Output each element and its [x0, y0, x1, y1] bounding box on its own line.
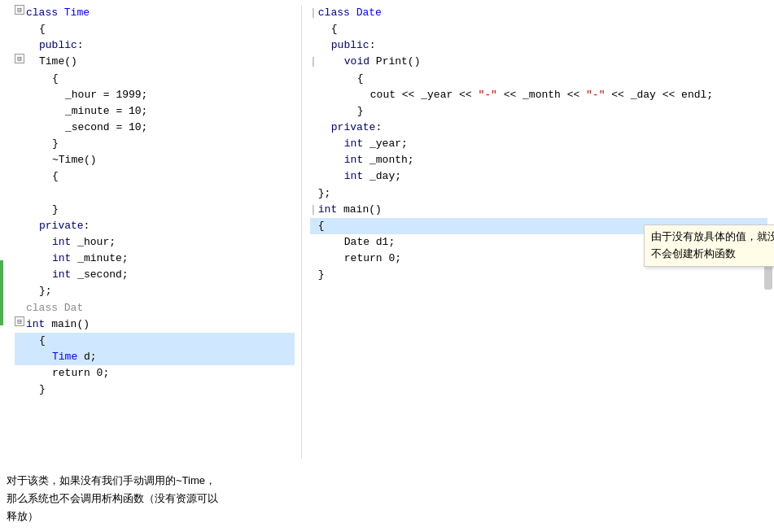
brace: {	[318, 71, 364, 87]
no-fold	[15, 136, 26, 149]
kw-class: class	[26, 5, 64, 21]
code-line: | }	[310, 103, 767, 120]
stmt: _second = 10;	[26, 120, 147, 136]
code-line: | {	[310, 71, 767, 87]
brace: {	[318, 21, 338, 37]
kw-private: private:	[318, 120, 382, 136]
print-func: void Print()	[318, 54, 421, 70]
code-line: private:	[15, 218, 295, 234]
no-fold	[15, 152, 26, 165]
fold-icon[interactable]: ⊟	[15, 5, 24, 15]
kw-public: public:	[318, 37, 376, 54]
field-month: int _month;	[318, 152, 414, 168]
brace: }	[318, 103, 364, 120]
stmt: _minute = 10;	[26, 103, 147, 120]
code-line: ⊟ Time()	[15, 54, 295, 70]
code-line: ⊟ int main()	[15, 316, 295, 333]
field-hour: int _hour;	[26, 234, 116, 251]
no-fold	[15, 71, 26, 84]
no-fold	[15, 218, 26, 231]
code-line	[15, 185, 295, 202]
code-line: }	[15, 136, 295, 152]
code-line: _second = 10;	[15, 120, 295, 136]
main-func: int main()	[26, 316, 90, 333]
code-line: int _minute;	[15, 251, 295, 267]
brace: {	[26, 21, 46, 37]
code-line: | }	[310, 267, 767, 283]
cout-stmt: cout << _year << "-" << _month << "-" <<…	[318, 87, 713, 103]
code-line: | {	[310, 21, 767, 37]
no-fold	[15, 185, 26, 198]
brace: {	[26, 168, 59, 185]
no-fold	[15, 87, 26, 100]
no-fold	[15, 168, 26, 181]
brace: }	[26, 382, 46, 398]
no-fold	[15, 382, 26, 395]
partial-class: class Dat	[26, 300, 83, 316]
code-line: public:	[15, 37, 295, 54]
code-line: {	[15, 71, 295, 87]
no-fold	[15, 234, 26, 247]
code-line: | cout << _year << "-" << _month << "-" …	[310, 87, 767, 103]
code-line: class Dat	[15, 300, 295, 316]
pipe: |	[310, 202, 317, 218]
field-day: int _day;	[318, 168, 401, 185]
pipe: |	[310, 5, 317, 21]
kw-class: class Date	[318, 5, 382, 21]
return-stmt-r: return 0;	[318, 251, 401, 267]
code-area: ⊟ class Time { public: ⊟ Time() {	[0, 0, 774, 464]
code-line: }	[15, 382, 295, 398]
code-line: ⊟ class Time	[15, 5, 295, 21]
code-line: | int _month;	[310, 152, 767, 168]
code-line: | class Date	[310, 5, 767, 21]
brace: {	[26, 333, 46, 349]
kw-private: private:	[26, 218, 90, 234]
no-fold	[15, 21, 26, 34]
constructor: Time()	[26, 54, 77, 70]
pipe: |	[310, 54, 317, 70]
field-year: int _year;	[318, 136, 408, 152]
brace: {	[318, 218, 325, 234]
return-stmt: return 0;	[26, 365, 109, 382]
no-fold	[15, 300, 26, 313]
fold-icon[interactable]: ⊟	[15, 316, 24, 326]
main-container: ⊟ class Time { public: ⊟ Time() {	[0, 0, 774, 532]
code-line: | void Print()	[310, 54, 767, 70]
no-fold	[15, 37, 26, 50]
bottom-line2: 那么系统也不会调用析构函数（没有资源可以	[7, 490, 767, 508]
code-line: | int main()	[310, 202, 767, 218]
bottom-line3: 释放）	[7, 508, 767, 525]
no-fold	[15, 267, 26, 280]
fold-icon[interactable]: ⊟	[15, 54, 24, 63]
tooltip-text: 由于没有放具体的值，就没有意义创建构造函数，那也不会创建析构函数	[651, 230, 774, 259]
green-bar	[0, 260, 3, 325]
no-fold	[15, 120, 26, 133]
date-decl: Date d1;	[318, 234, 395, 251]
code-line-highlight: Time d;	[15, 349, 295, 365]
class-name-time: Time	[64, 5, 90, 21]
empty	[26, 185, 59, 202]
brace: }	[26, 136, 59, 152]
kw-public: public:	[26, 37, 84, 54]
code-line: int _hour;	[15, 234, 295, 251]
field-minute: int _minute;	[26, 251, 129, 267]
code-line: {	[15, 168, 295, 185]
code-line: _hour = 1999;	[15, 87, 295, 103]
no-fold	[15, 202, 26, 215]
code-line: }	[15, 202, 295, 218]
end-brace: };	[26, 283, 52, 299]
code-line: | private:	[310, 120, 767, 136]
bottom-text: 对于该类，如果没有我们手动调用的~Time， 那么系统也不会调用析构函数（没有资…	[0, 464, 774, 532]
field-second: int _second;	[26, 267, 129, 283]
no-fold	[15, 251, 26, 264]
stmt: _hour = 1999;	[26, 87, 147, 103]
no-fold	[15, 349, 26, 362]
no-fold	[15, 103, 26, 116]
brace: }	[318, 267, 325, 283]
code-line: | int _year;	[310, 136, 767, 152]
code-line: {	[15, 21, 295, 37]
code-line: | };	[310, 185, 767, 202]
code-line: ~Time()	[15, 152, 295, 168]
no-fold	[15, 333, 26, 346]
code-line: | public:	[310, 37, 767, 54]
